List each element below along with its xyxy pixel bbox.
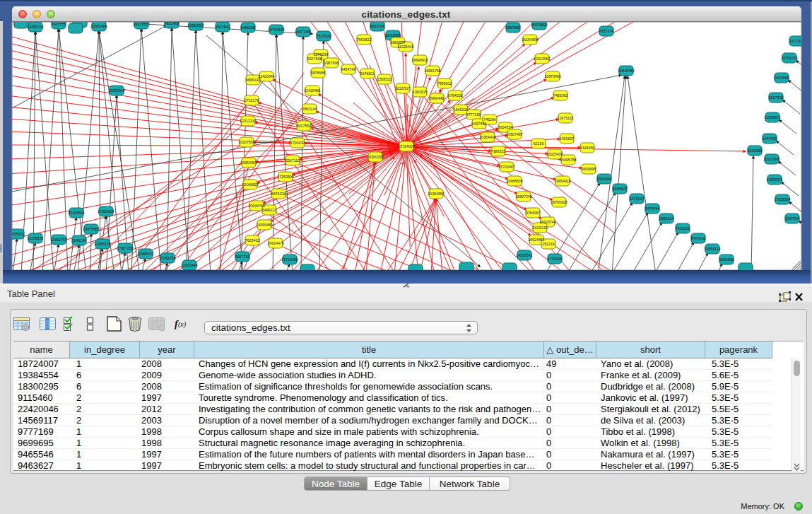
svg-text:17359924: 17359924 — [98, 209, 114, 214]
svg-text:15720407: 15720407 — [498, 165, 514, 169]
svg-text:1546234: 1546234 — [314, 52, 329, 57]
svg-text:18223567: 18223567 — [133, 22, 149, 26]
svg-text:746266: 746266 — [483, 117, 496, 122]
svg-text:3624554: 3624554 — [498, 125, 513, 129]
svg-text:1117304: 1117304 — [789, 39, 804, 43]
svg-text:17016504: 17016504 — [774, 197, 790, 201]
svg-text:20691406: 20691406 — [90, 24, 107, 28]
svg-text:16914479: 16914479 — [267, 241, 283, 245]
svg-text:1145194: 1145194 — [72, 238, 86, 243]
svg-text:9329966: 9329966 — [775, 76, 789, 80]
svg-text:11325419: 11325419 — [398, 45, 414, 49]
svg-text:2803144: 2803144 — [302, 107, 317, 111]
svg-text:9784067: 9784067 — [526, 211, 541, 215]
svg-text:9115460: 9115460 — [580, 146, 594, 150]
svg-text:15495758: 15495758 — [560, 158, 576, 162]
svg-text:7632621: 7632621 — [676, 226, 690, 230]
svg-text:18300295: 18300295 — [367, 155, 383, 159]
svg-text:8471636: 8471636 — [691, 236, 706, 240]
svg-text:2967608: 2967608 — [324, 61, 339, 65]
svg-text:16782759: 16782759 — [159, 256, 175, 260]
svg-text:12213967: 12213967 — [534, 57, 550, 61]
svg-text:1167534: 1167534 — [785, 216, 799, 221]
svg-text:12923448: 12923448 — [181, 263, 197, 267]
svg-text:17957253: 17957253 — [117, 246, 133, 250]
svg-text:1463627: 1463627 — [560, 136, 575, 141]
svg-text:18524851: 18524851 — [528, 238, 544, 242]
svg-text:2933114: 2933114 — [659, 216, 673, 221]
svg-text:10688609: 10688609 — [506, 179, 522, 183]
svg-text:16154808: 16154808 — [522, 37, 538, 42]
svg-text:1700432: 1700432 — [290, 141, 305, 145]
svg-text:13692971: 13692971 — [766, 177, 782, 182]
svg-text:16033809: 16033809 — [531, 23, 547, 27]
svg-text:9245652: 9245652 — [719, 257, 734, 262]
svg-text:6466160: 6466160 — [241, 25, 256, 30]
svg-text:8220317: 8220317 — [396, 86, 411, 90]
svg-text:16961758: 16961758 — [424, 69, 440, 73]
svg-text:16971355: 16971355 — [295, 30, 311, 34]
svg-text:10507487: 10507487 — [506, 132, 522, 136]
svg-text:22420046: 22420046 — [258, 74, 274, 78]
svg-text:1527602: 1527602 — [216, 25, 230, 29]
svg-text:19218506: 19218506 — [384, 33, 401, 37]
svg-text:10046788: 10046788 — [248, 204, 264, 208]
svg-text:7386322: 7386322 — [491, 149, 506, 153]
svg-text:3267110: 3267110 — [286, 158, 300, 163]
svg-text:1640954: 1640954 — [597, 177, 612, 181]
svg-text:9146821: 9146821 — [360, 71, 375, 76]
svg-text:12505135: 12505135 — [94, 242, 110, 246]
svg-text:1588520: 1588520 — [377, 77, 392, 81]
svg-text:1545216: 1545216 — [454, 107, 469, 112]
svg-text:7515526: 7515526 — [317, 34, 331, 38]
svg-text:10719155: 10719155 — [268, 28, 284, 32]
svg-text:13353594: 13353594 — [277, 175, 293, 179]
svg-text:10107554: 10107554 — [238, 140, 254, 144]
svg-text:12213319: 12213319 — [240, 119, 256, 123]
svg-text:15751074: 15751074 — [781, 56, 797, 60]
svg-text:16648784: 16648784 — [618, 69, 634, 73]
svg-text:3215958: 3215958 — [748, 148, 763, 153]
svg-text:2718179: 2718179 — [245, 98, 259, 103]
svg-text:7625402: 7625402 — [245, 238, 260, 243]
svg-text:8427552: 8427552 — [297, 124, 312, 128]
svg-text:11156829: 11156829 — [28, 236, 44, 240]
svg-text:19654963: 19654963 — [240, 160, 257, 165]
svg-text:12975115: 12975115 — [558, 116, 574, 120]
svg-text:2887682: 2887682 — [506, 25, 521, 30]
svg-text:8990448: 8990448 — [430, 96, 445, 100]
svg-text:9474444: 9474444 — [645, 206, 660, 211]
svg-text:9327508: 9327508 — [307, 57, 322, 61]
svg-text:19166825: 19166825 — [242, 182, 258, 187]
svg-text:9657791: 9657791 — [235, 255, 250, 259]
svg-text:14099489: 14099489 — [256, 223, 272, 227]
svg-text:1615132: 1615132 — [533, 226, 548, 230]
svg-text:8454749: 8454749 — [341, 67, 356, 71]
svg-text:20053346: 20053346 — [108, 88, 124, 93]
svg-text:252214: 252214 — [542, 242, 555, 246]
svg-text:18640910: 18640910 — [411, 58, 428, 62]
svg-text:18724007: 18724007 — [398, 144, 414, 148]
svg-text:20206526: 20206526 — [68, 211, 84, 215]
svg-text:10973493: 10973493 — [544, 74, 560, 78]
svg-text:7663822: 7663822 — [357, 37, 372, 42]
svg-text:16210643: 16210643 — [763, 157, 779, 161]
svg-text:16120746: 16120746 — [539, 220, 555, 224]
svg-text:8813054: 8813054 — [370, 24, 385, 28]
svg-text:8878334: 8878334 — [271, 192, 286, 196]
svg-text:5498222: 5498222 — [262, 208, 277, 212]
svg-text:10025438: 10025438 — [546, 152, 563, 156]
svg-text:22428481: 22428481 — [304, 88, 320, 93]
svg-text:62100: 62100 — [534, 141, 544, 146]
svg-text:9699695: 9699695 — [582, 167, 596, 171]
svg-text:7485063: 7485063 — [553, 93, 568, 98]
svg-text:7357274: 7357274 — [599, 29, 614, 33]
svg-text:7955812: 7955812 — [437, 81, 452, 86]
svg-text:6794028: 6794028 — [448, 93, 463, 98]
svg-text:14055724: 14055724 — [27, 25, 43, 29]
svg-text:10975887: 10975887 — [83, 227, 99, 231]
svg-text:6479197: 6479197 — [630, 197, 645, 201]
svg-text:(x): (x) — [178, 320, 187, 329]
svg-text:10654122: 10654122 — [704, 247, 720, 251]
svg-text:18807249: 18807249 — [515, 194, 531, 199]
